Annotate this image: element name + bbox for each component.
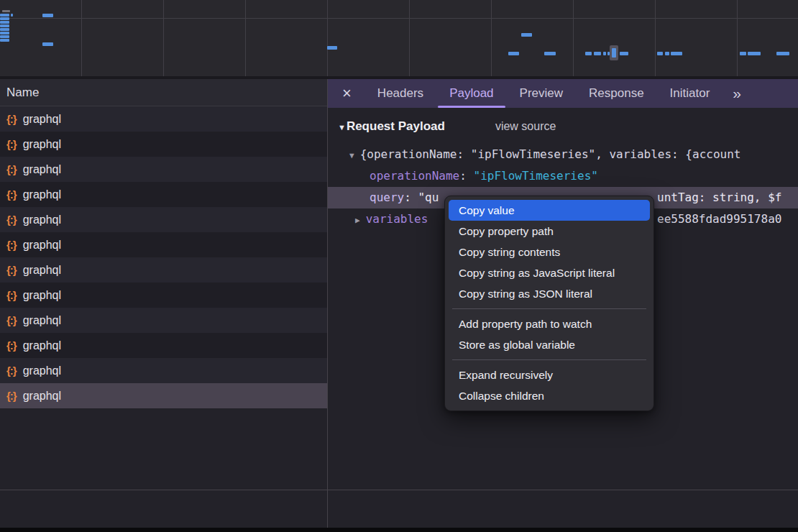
tab-payload[interactable]: Payload: [449, 79, 493, 108]
menu-item-add-property-path-to-watch[interactable]: Add property path to watch: [449, 313, 650, 334]
json-braces-icon: {:}: [6, 188, 17, 201]
request-row[interactable]: {:}graphql: [0, 308, 327, 333]
request-row[interactable]: {:}graphql: [0, 283, 327, 308]
menu-item-copy-string-as-json-literal[interactable]: Copy string as JSON literal: [449, 283, 650, 304]
menu-item-copy-string-as-javascript-literal[interactable]: Copy string as JavaScript literal: [449, 262, 650, 283]
overview-request-bar[interactable]: [585, 52, 592, 55]
overview-request-bar[interactable]: [0, 24, 9, 27]
payload-token: :: [459, 169, 473, 183]
overview-request-bar[interactable]: [508, 52, 519, 55]
overview-request-bar[interactable]: [0, 32, 9, 35]
collapsed-arrow-icon[interactable]: ▶: [355, 216, 360, 225]
more-tabs-icon[interactable]: »: [733, 85, 741, 102]
network-overview-timeline[interactable]: [0, 0, 798, 76]
requests-list: {:}graphql{:}graphql{:}graphql{:}graphql…: [0, 106, 327, 408]
request-name: graphql: [23, 214, 61, 226]
request-row[interactable]: {:}graphql: [0, 383, 327, 408]
overview-request-bar[interactable]: [11, 14, 13, 17]
menu-item-expand-recursively[interactable]: Expand recursively: [449, 364, 650, 385]
overview-request-bar[interactable]: [594, 52, 601, 55]
overview-request-bar[interactable]: [327, 46, 337, 50]
tab-initiator[interactable]: Initiator: [670, 79, 710, 108]
payload-tree-row[interactable]: ▼{operationName: "ipFlowTimeseries", var…: [328, 144, 798, 165]
json-braces-icon: {:}: [6, 314, 17, 326]
panel-splitter[interactable]: [327, 79, 328, 528]
json-braces-icon: {:}: [6, 289, 17, 301]
request-row[interactable]: {:}graphql: [0, 358, 327, 383]
request-name: graphql: [23, 339, 61, 352]
overview-gridline-vertical: [327, 0, 328, 76]
request-row[interactable]: {:}graphql: [0, 232, 327, 257]
window-bottom-edge: [0, 528, 798, 532]
overview-gridline-vertical: [737, 0, 738, 76]
overview-request-bar[interactable]: [0, 35, 9, 38]
payload-token-clipped: ee5588fdad995178a0: [657, 208, 781, 230]
overview-request-bar[interactable]: [521, 33, 532, 37]
overview-request-bar[interactable]: [42, 42, 53, 46]
payload-tree-row[interactable]: operationName: "ipFlowTimeseries": [328, 165, 798, 187]
json-braces-icon: {:}: [6, 239, 17, 251]
request-row[interactable]: {:}graphql: [0, 182, 327, 207]
overview-request-bar[interactable]: [776, 52, 789, 55]
overview-gridline-vertical: [245, 0, 246, 76]
overview-request-bar[interactable]: [671, 52, 682, 55]
overview-request-bar[interactable]: [657, 52, 663, 55]
menu-divider: [452, 308, 646, 309]
json-braces-icon: {:}: [6, 390, 17, 402]
json-braces-icon: {:}: [6, 264, 17, 276]
request-payload-title[interactable]: ▼Request Payload: [338, 119, 445, 134]
request-name: graphql: [23, 138, 61, 151]
payload-token: "qu: [418, 191, 439, 204]
request-row[interactable]: {:}graphql: [0, 157, 327, 182]
request-row[interactable]: {:}graphql: [0, 132, 327, 157]
request-name: graphql: [23, 264, 61, 277]
overview-request-bar[interactable]: [0, 17, 9, 20]
request-row[interactable]: {:}graphql: [0, 106, 327, 132]
name-column-header[interactable]: Name: [0, 79, 327, 106]
request-name: graphql: [23, 364, 61, 377]
devtools-network-window: Name {:}graphql{:}graphql{:}graphql{:}gr…: [0, 0, 798, 532]
json-braces-icon: {:}: [6, 364, 17, 377]
menu-item-copy-property-path[interactable]: Copy property path: [449, 221, 650, 242]
payload-token: :: [404, 191, 418, 204]
menu-item-copy-value[interactable]: Copy value: [449, 200, 650, 221]
request-name: graphql: [23, 163, 61, 176]
overview-request-bar[interactable]: [620, 52, 628, 55]
overview-request-bar[interactable]: [665, 52, 669, 55]
request-row[interactable]: {:}graphql: [0, 257, 327, 283]
request-row[interactable]: {:}graphql: [0, 333, 327, 358]
requests-panel: Name {:}graphql{:}graphql{:}graphql{:}gr…: [0, 79, 327, 528]
request-row[interactable]: {:}graphql: [0, 207, 327, 232]
overview-request-bar[interactable]: [0, 14, 9, 17]
overview-request-bar[interactable]: [740, 52, 746, 55]
tab-preview[interactable]: Preview: [520, 79, 563, 108]
json-braces-icon: {:}: [6, 214, 17, 226]
payload-token: variables: [366, 212, 428, 226]
overview-gridline-vertical: [163, 0, 164, 76]
overview-request-bar[interactable]: [42, 14, 53, 17]
overview-gridline-vertical: [491, 0, 492, 76]
request-name: graphql: [23, 239, 61, 252]
menu-item-collapse-children[interactable]: Collapse children: [449, 385, 650, 406]
json-braces-icon: {:}: [6, 163, 17, 175]
menu-item-store-as-global-variable[interactable]: Store as global variable: [449, 334, 650, 355]
summary-bar-separator: [0, 490, 798, 490]
expanded-arrow-icon[interactable]: ▼: [349, 151, 354, 160]
collapse-triangle-icon: ▼: [338, 123, 346, 132]
request-name: graphql: [23, 289, 61, 302]
tab-response[interactable]: Response: [589, 79, 644, 108]
overview-gridline-vertical: [655, 0, 656, 76]
overview-request-bar[interactable]: [544, 52, 556, 55]
close-icon[interactable]: ×: [342, 86, 352, 101]
overview-request-bar[interactable]: [2, 10, 10, 12]
menu-item-copy-string-contents[interactable]: Copy string contents: [449, 242, 650, 262]
overview-request-bar[interactable]: [0, 21, 9, 24]
view-source-link[interactable]: view source: [495, 120, 556, 133]
overview-request-bar[interactable]: [603, 52, 606, 55]
overview-request-bar[interactable]: [748, 52, 761, 55]
overview-request-bar[interactable]: [0, 28, 9, 31]
tab-headers[interactable]: Headers: [377, 79, 423, 108]
overview-request-bar[interactable]: [0, 39, 9, 42]
overview-request-bar[interactable]: [612, 48, 616, 58]
details-tab-bar: × HeadersPayloadPreviewResponseInitiator…: [328, 79, 798, 108]
